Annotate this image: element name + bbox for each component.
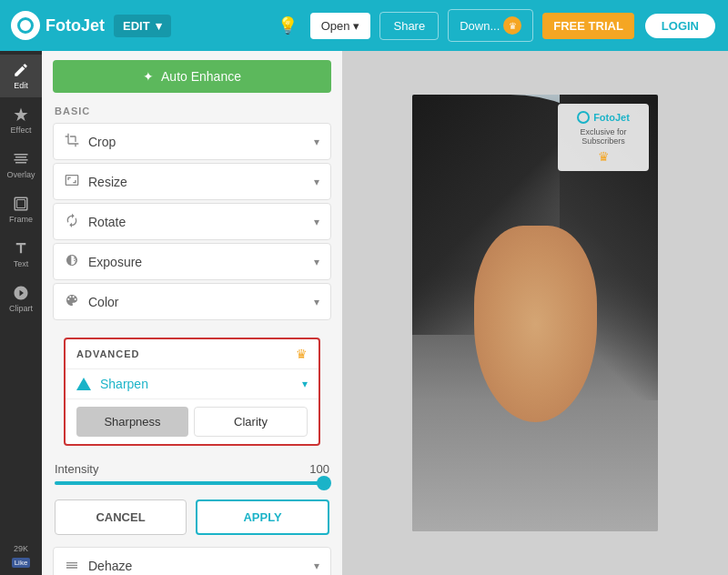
advanced-title: ADVANCED [76,348,296,359]
sidebar-frame-label: Frame [9,215,33,224]
canvas-area: FotoJet Exclusive for Subscribers ♛ [342,51,728,575]
logo-icon [11,11,40,40]
sharpen-label: Sharpen [100,377,302,391]
main-layout: Edit Effect Overlay Frame Text Clipart 2… [0,51,728,575]
watermark-exclusive: Exclusive for [569,127,638,136]
edit-label: EDIT [123,19,150,33]
intensity-row: Intensity 100 [42,457,342,479]
resize-icon [65,173,79,190]
share-button[interactable]: Share [379,12,439,40]
fb-badge: Like [12,558,31,568]
sidebar-overlay-label: Overlay [6,170,35,179]
resize-item[interactable]: Resize ▾ [53,163,331,200]
facebook-like[interactable]: 29K Like [0,537,42,575]
dehaze-label: Dehaze [88,559,314,573]
slider-fill [55,481,329,485]
fb-count: 29K [14,544,28,553]
cancel-button[interactable]: CANCEL [55,499,187,535]
sidebar-text-label: Text [14,259,29,268]
chevron-icon: ▾ [314,256,319,268]
watermark-circle-icon [577,111,590,124]
chevron-down-icon: ▾ [156,19,162,33]
chevron-icon: ▾ [314,176,319,188]
sidebar-item-edit[interactable]: Edit [0,55,42,97]
sharpen-chevron-icon: ▾ [302,378,308,390]
dehaze-icon [65,557,79,574]
login-button[interactable]: LOGIN [643,12,717,40]
color-icon [65,293,79,310]
advanced-section: ADVANCED ♛ Sharpen ▾ Sharpness Clarity [64,338,320,446]
crown-icon: ♛ [503,16,521,35]
watermark-crown-icon: ♛ [569,149,638,164]
sparkle-icon: ✦ [143,69,154,84]
exposure-label: Exposure [88,255,314,269]
download-button[interactable]: Down... ♛ [448,9,533,42]
tab-sharpness[interactable]: Sharpness [76,407,188,437]
chevron-icon: ▾ [314,216,319,228]
intensity-slider-container[interactable] [42,479,342,494]
chevron-icon: ▾ [314,560,319,572]
chevron-icon: ▾ [314,136,319,148]
rotate-icon [65,213,79,230]
sharpen-triangle-icon [76,378,91,390]
intensity-label: Intensity [55,462,309,476]
sharpen-item[interactable]: Sharpen ▾ [66,368,318,398]
sidebar-clipart-label: Clipart [9,304,33,313]
watermark: FotoJet Exclusive for Subscribers ♛ [558,104,649,171]
auto-enhance-label: Auto Enhance [161,69,241,84]
auto-enhance-button[interactable]: ✦ Auto Enhance [53,60,331,93]
slider-track[interactable] [55,481,329,485]
exposure-item[interactable]: Exposure ▾ [53,243,331,280]
logo-text: FotoJet [46,16,105,35]
chevron-icon: ▾ [314,296,319,308]
advanced-header: ADVANCED ♛ [66,339,318,368]
sidebar-item-effect[interactable]: Effect [0,99,42,142]
action-buttons: CANCEL APPLY [42,494,342,544]
watermark-subscribers: Subscribers [569,136,638,146]
rotate-item[interactable]: Rotate ▾ [53,203,331,240]
apply-button[interactable]: APPLY [196,499,329,535]
logo-area: FotoJet [11,11,105,40]
crop-item[interactable]: Crop ▾ [53,123,331,160]
basic-section-label: BASIC [42,100,342,120]
sidebar-edit-label: Edit [14,81,28,90]
crown-icon: ♛ [296,347,308,361]
tool-panel: ✦ Auto Enhance BASIC Crop ▾ Resize ▾ [42,51,342,575]
sidebar-item-frame[interactable]: Frame [0,188,42,231]
advanced-section-header: ADVANCED ♛ Sharpen ▾ Sharpness Clarity [42,323,342,457]
tab-clarity[interactable]: Clarity [194,407,308,437]
sharpen-tabs: Sharpness Clarity [66,398,318,444]
chevron-down-icon: ▾ [353,19,359,33]
crop-label: Crop [88,135,314,149]
sidebar-item-text[interactable]: Text [0,233,42,276]
sidebar-effect-label: Effect [11,126,32,135]
color-item[interactable]: Color ▾ [53,283,331,320]
header: FotoJet EDIT ▾ 💡 Open ▾ Share Down... ♛ … [0,0,728,51]
photo-container: FotoJet Exclusive for Subscribers ♛ [412,95,658,531]
resize-label: Resize [88,175,314,189]
watermark-logo: FotoJet [569,111,638,124]
dehaze-item[interactable]: Dehaze ▾ [53,547,331,575]
free-trial-button[interactable]: FREE TRIAL [542,13,634,39]
slider-thumb[interactable] [317,476,331,490]
intensity-value: 100 [309,462,329,476]
icon-sidebar: Edit Effect Overlay Frame Text Clipart 2… [0,51,42,575]
skin-area [474,226,597,422]
sidebar-item-overlay[interactable]: Overlay [0,144,42,187]
hint-icon[interactable]: 💡 [274,12,301,39]
exposure-icon [65,253,79,270]
open-button[interactable]: Open ▾ [310,13,371,39]
edit-dropdown[interactable]: EDIT ▾ [114,15,171,37]
crop-icon [65,133,79,150]
sidebar-item-clipart[interactable]: Clipart [0,277,42,320]
watermark-brand: FotoJet [593,112,630,123]
svg-rect-1 [17,200,25,208]
rotate-label: Rotate [88,215,314,229]
color-label: Color [88,295,314,309]
